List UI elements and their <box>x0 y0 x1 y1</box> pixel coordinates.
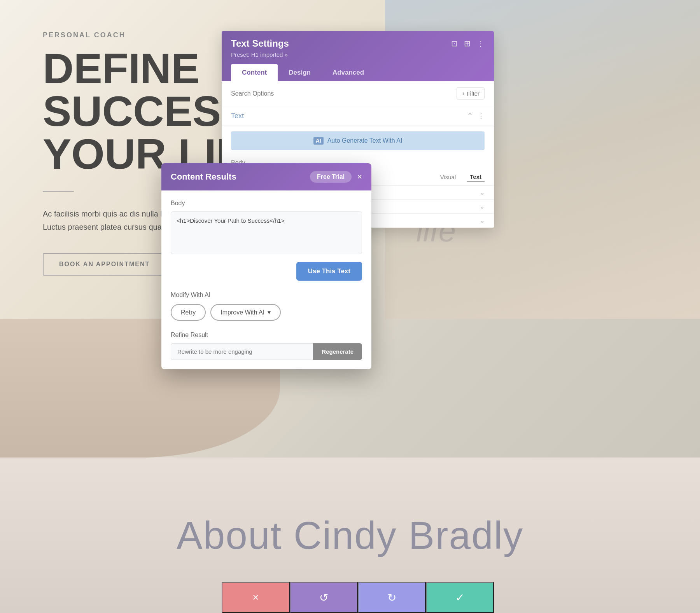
filter-label: + Filter <box>462 90 480 97</box>
close-button[interactable]: × <box>357 172 362 182</box>
use-this-text-button[interactable]: Use This Text <box>296 262 362 281</box>
book-appointment-button[interactable]: BOOK AN APPOINTMENT <box>43 253 166 276</box>
redo-icon: ↻ <box>387 591 396 604</box>
body-section-label: Body <box>171 200 362 207</box>
more-icon[interactable]: ⋮ <box>477 39 485 48</box>
ai-generate-label: Auto Generate Text With AI <box>327 137 402 144</box>
retry-button[interactable]: Retry <box>171 304 206 321</box>
visual-tab[interactable]: Visual <box>437 172 459 182</box>
headline-line1: DEFINE <box>43 44 200 92</box>
panel-preset: Preset: H1 imported » <box>231 51 485 58</box>
modal-header-right: Free Trial × <box>310 171 362 183</box>
modal-body: Body <h1>Discover Your Path to Success</… <box>161 190 371 369</box>
undo-icon: ↺ <box>319 591 328 604</box>
modify-label: Modify With AI <box>171 292 362 299</box>
modify-section: Modify With AI Retry Improve With AI ▾ <box>171 292 362 321</box>
about-title: About Cindy Bradly <box>177 513 523 558</box>
body-textarea[interactable]: <h1>Discover Your Path to Success</h1> <box>171 211 362 254</box>
ai-badge: AI <box>313 137 324 145</box>
tab-advanced[interactable]: Advanced <box>322 64 375 81</box>
visual-text-tabs: Visual Text <box>437 172 485 182</box>
confirm-button[interactable]: ✓ <box>426 582 494 613</box>
search-options-input[interactable] <box>231 90 457 97</box>
refine-section: Refine Result Regenerate <box>171 332 362 360</box>
text-section-label: Text <box>231 112 244 120</box>
fullscreen-icon[interactable]: ⊡ <box>451 39 458 48</box>
cancel-button[interactable]: × <box>222 582 290 613</box>
modal-header: Content Results Free Trial × <box>161 163 371 190</box>
undo-button[interactable]: ↺ <box>290 582 358 613</box>
chevron-down-icon-3[interactable]: ⌄ <box>480 217 485 224</box>
panel-title-row: Text Settings ⊡ ⊞ ⋮ <box>231 38 485 49</box>
improve-with-ai-button[interactable]: Improve With AI ▾ <box>210 304 281 321</box>
tab-content[interactable]: Content <box>231 64 278 81</box>
text-tab[interactable]: Text <box>467 172 485 182</box>
text-section-icons: ⌃ ⋮ <box>467 112 485 120</box>
panel-icons: ⊡ ⊞ ⋮ <box>451 39 485 48</box>
hero-divider <box>43 191 74 192</box>
filter-button[interactable]: + Filter <box>457 87 485 100</box>
refine-input[interactable] <box>171 343 313 360</box>
modal-title: Content Results <box>171 172 236 182</box>
redo-button[interactable]: ↻ <box>358 582 426 613</box>
search-filter-row: + Filter <box>222 81 494 106</box>
chevron-down-icon-1[interactable]: ⌄ <box>480 189 485 196</box>
regenerate-button[interactable]: Regenerate <box>313 343 362 360</box>
text-section-header: Text ⌃ ⋮ <box>222 106 494 126</box>
refine-label: Refine Result <box>171 332 362 339</box>
content-results-modal: Content Results Free Trial × Body <h1>Di… <box>161 163 371 369</box>
options-icon[interactable]: ⋮ <box>478 112 485 120</box>
improve-arrow-icon: ▾ <box>268 309 271 316</box>
cancel-icon: × <box>252 591 259 604</box>
confirm-icon: ✓ <box>455 591 464 604</box>
refine-input-row: Regenerate <box>171 343 362 360</box>
panel-title: Text Settings <box>231 38 289 49</box>
modify-buttons: Retry Improve With AI ▾ <box>171 304 362 321</box>
panel-tabs: Content Design Advanced <box>231 64 485 81</box>
free-trial-badge[interactable]: Free Trial <box>310 171 352 183</box>
bottom-toolbar: × ↺ ↻ ✓ <box>222 582 494 613</box>
collapse-icon[interactable]: ⌃ <box>467 112 473 120</box>
ai-generate-button[interactable]: AI Auto Generate Text With AI <box>231 131 485 150</box>
tab-design[interactable]: Design <box>278 64 322 81</box>
panel-header: Text Settings ⊡ ⊞ ⋮ Preset: H1 imported … <box>222 31 494 81</box>
chevron-down-icon-2[interactable]: ⌄ <box>480 203 485 210</box>
improve-label: Improve With AI <box>220 309 264 316</box>
layout-icon[interactable]: ⊞ <box>464 39 471 48</box>
